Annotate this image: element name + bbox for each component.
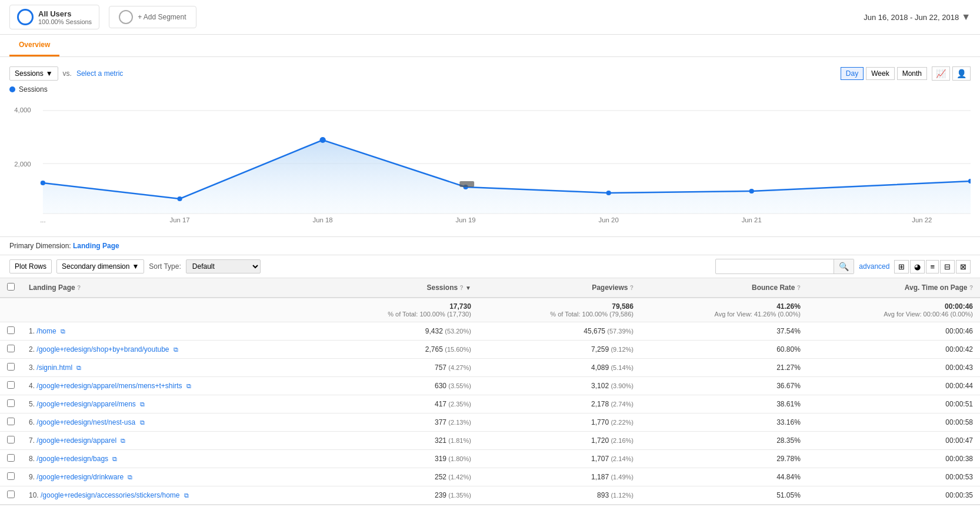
pie-view-button[interactable]: ◕ [910,260,925,273]
secondary-dimension-button[interactable]: Secondary dimension ▼ [56,259,144,273]
row-external-icon-4[interactable]: ⧉ [140,401,145,408]
th-bounce-rate[interactable]: Bounce Rate ? [641,278,808,298]
row-page-link-8[interactable]: /google+redesign/drinkware [36,473,124,481]
row-external-icon-1[interactable]: ⧉ [174,346,178,353]
row-checkbox-cell-0[interactable] [0,322,22,341]
th-pageviews[interactable]: Pageviews ? [478,278,641,298]
time-btn-day[interactable]: Day [841,67,864,80]
row-checkbox-6[interactable] [7,436,15,443]
row-checkbox-1[interactable] [7,345,15,352]
row-page-link-7[interactable]: /google+redesign/bags [36,455,108,463]
row-external-icon-0[interactable]: ⧉ [61,328,65,335]
th-sessions[interactable]: Sessions ? ▼ [316,278,478,298]
avg-time-help-icon[interactable]: ? [969,285,973,291]
row-external-icon-9[interactable]: ⧉ [184,492,189,499]
row-checkbox-cell-8[interactable] [0,468,22,486]
row-checkbox-3[interactable] [7,381,15,389]
advanced-link[interactable]: advanced [859,262,889,271]
row-avgtime-cell-3: 00:00:44 [808,377,980,395]
row-checkbox-cell-9[interactable] [0,486,22,505]
row-bounce-cell-4: 38.61% [641,395,808,413]
checkbox-header[interactable] [0,278,22,298]
sessions-help-icon[interactable]: ? [460,285,464,291]
tab-overview[interactable]: Overview [9,35,59,56]
time-btn-month[interactable]: Month [897,67,927,80]
select-all-checkbox[interactable] [7,283,15,291]
row-checkbox-2[interactable] [7,363,15,371]
row-checkbox-8[interactable] [7,472,15,480]
row-checkbox-7[interactable] [7,454,15,462]
row-checkbox-5[interactable] [7,418,15,425]
search-input[interactable] [716,260,834,273]
row-external-icon-7[interactable]: ⧉ [112,455,117,462]
add-segment-button[interactable]: + Add Segment [109,6,196,28]
svg-text:Jun 18: Jun 18 [313,216,333,224]
row-sessions-cell-4: 417 (2.35%) [316,395,478,413]
row-page-link-0[interactable]: /home [36,327,56,335]
bar-view-button[interactable]: ≡ [926,260,939,273]
table-footer: Show rows: 10 25 50 100 500 1000 5000 Go… [0,505,980,507]
secondary-dim-dropdown-icon: ▼ [132,262,139,271]
time-btn-week[interactable]: Week [866,67,894,80]
totals-avgtime-cell: 00:00:46 Avg for View: 00:00:46 (0.00%) [808,298,980,322]
row-checkbox-cell-2[interactable] [0,359,22,377]
bounce-rate-help-icon[interactable]: ? [797,285,801,291]
row-checkbox-cell-6[interactable] [0,432,22,450]
row-checkbox-cell-4[interactable] [0,395,22,413]
select-metric-link[interactable]: Select a metric [76,69,123,78]
row-checkbox-cell-5[interactable] [0,413,22,432]
landing-page-help-icon[interactable]: ? [77,285,81,291]
date-range[interactable]: Jun 16, 2018 - Jun 22, 2018 ▼ [864,12,971,22]
row-page-link-2[interactable]: /signin.html [36,363,72,372]
th-landing-page[interactable]: Landing Page ? [22,278,316,298]
bar-chart-button[interactable]: 👤 [952,66,971,81]
sort-type-select[interactable]: Default Weighted Absolute Change [186,259,261,273]
all-users-segment[interactable]: All Users 100.00% Sessions [9,5,99,29]
date-range-dropdown-icon[interactable]: ▼ [961,12,971,22]
primary-dim-value[interactable]: Landing Page [73,242,119,250]
segment-info: All Users 100.00% Sessions [38,9,92,25]
chart-point-5 [606,191,611,195]
row-sessions-pct-2: (4.27%) [448,364,471,371]
add-segment-label: + Add Segment [138,13,186,21]
row-external-icon-2[interactable]: ⧉ [76,364,81,371]
row-page-link-1[interactable]: /google+redesign/shop+by+brand/youtube [36,345,169,353]
row-page-link-5[interactable]: /google+redesign/nest/nest-usa [36,418,135,426]
row-pageviews-cell-4: 2,178 (2.74%) [478,395,641,413]
row-page-link-9[interactable]: /google+redesign/accessories/stickers/ho… [41,491,179,499]
row-checkbox-cell-1[interactable] [0,341,22,359]
row-external-icon-8[interactable]: ⧉ [128,473,132,481]
row-checkbox-cell-3[interactable] [0,377,22,395]
row-checkbox-cell-7[interactable] [0,450,22,468]
compare-view-button[interactable]: ⊠ [956,260,971,273]
row-checkbox-9[interactable] [7,491,15,498]
row-page-link-4[interactable]: /google+redesign/apparel/mens [36,400,135,408]
top-bar: All Users 100.00% Sessions + Add Segment… [0,0,980,35]
line-chart-button[interactable]: 📈 [932,66,950,81]
svg-text:4,000: 4,000 [14,106,31,114]
pageviews-help-icon[interactable]: ? [630,285,634,291]
th-avg-time[interactable]: Avg. Time on Page ? [808,278,980,298]
svg-text:Jun 22: Jun 22 [912,216,932,224]
row-sessions-pct-4: (2.35%) [448,401,471,408]
row-external-icon-5[interactable]: ⧉ [140,419,145,426]
row-page-cell-2: 3. /signin.html ⧉ [22,359,316,377]
plot-rows-button[interactable]: Plot Rows [9,259,52,273]
row-sessions-cell-6: 321 (1.81%) [316,432,478,450]
date-range-text: Jun 16, 2018 - Jun 22, 2018 [864,13,959,22]
pivot-view-button[interactable]: ⊟ [940,260,955,273]
table-row: 4. /google+redesign/apparel/mens/mens+t+… [0,377,980,395]
svg-text:2,000: 2,000 [14,161,31,168]
row-pageviews-pct-0: (57.39%) [607,328,634,335]
row-checkbox-0[interactable] [7,326,15,334]
row-external-icon-3[interactable]: ⧉ [186,382,191,389]
table-row: 5. /google+redesign/apparel/mens ⧉ 417 (… [0,395,980,413]
row-external-icon-6[interactable]: ⧉ [121,437,125,444]
row-page-link-3[interactable]: /google+redesign/apparel/mens/mens+t+shi… [36,382,182,390]
row-checkbox-4[interactable] [7,399,15,407]
sessions-metric-button[interactable]: Sessions ▼ [9,66,58,81]
row-page-link-6[interactable]: /google+redesign/apparel [36,436,116,445]
table-view-button[interactable]: ⊞ [894,260,909,273]
search-button[interactable]: 🔍 [834,259,854,273]
row-pageviews-pct-5: (2.22%) [611,419,634,426]
